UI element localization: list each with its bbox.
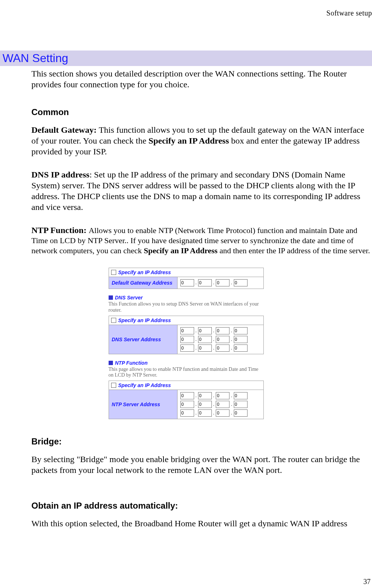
desc-ntp: This page allows you to enable NTP funct… bbox=[109, 367, 264, 379]
dot: . bbox=[213, 280, 214, 285]
ip-octet-input[interactable] bbox=[198, 392, 212, 399]
config-screenshot: Specify an IP Address Default Gateway Ad… bbox=[109, 268, 264, 419]
text: and then enter the IP address of the tim… bbox=[218, 246, 370, 255]
ip-octet-input[interactable] bbox=[216, 409, 229, 417]
panel-dns: Specify an IP Address DNS Server Address… bbox=[109, 316, 264, 354]
dot: . bbox=[213, 328, 214, 333]
page-content: WAN Setting This section shows you detai… bbox=[0, 0, 372, 529]
dot: . bbox=[196, 402, 197, 407]
ip-octet-input[interactable] bbox=[198, 401, 212, 408]
ip-row: . . . bbox=[180, 401, 248, 408]
ip-octet-input[interactable] bbox=[234, 279, 248, 286]
dot: . bbox=[231, 393, 232, 398]
desc-dns: This Function allows you to setup DNS Se… bbox=[109, 301, 264, 313]
ip-octet-input[interactable] bbox=[180, 392, 194, 399]
dot: . bbox=[231, 346, 232, 351]
ip-octet-input[interactable] bbox=[180, 279, 194, 286]
row-specify-ip: Specify an IP Address bbox=[109, 316, 263, 325]
dot: . bbox=[213, 393, 214, 398]
ip-octet-input[interactable] bbox=[180, 327, 194, 334]
ip-octet-input[interactable] bbox=[216, 401, 229, 408]
ip-octet-input[interactable] bbox=[216, 392, 229, 399]
ip-octet-input[interactable] bbox=[198, 327, 212, 334]
bullet-icon bbox=[109, 361, 113, 365]
ip-row: . . . bbox=[180, 392, 248, 399]
ip-octet-input[interactable] bbox=[216, 345, 229, 352]
dot: . bbox=[196, 337, 197, 342]
paragraph-obtain-ip: With this option selected, the Broadband… bbox=[31, 518, 370, 529]
row-ntp-address: NTP Server Address . . . . . . bbox=[109, 390, 263, 419]
label-ntp-function: NTP Function: bbox=[31, 225, 89, 235]
ip-octet-input[interactable] bbox=[234, 345, 248, 352]
dot: . bbox=[213, 402, 214, 407]
subheading-bridge: Bridge: bbox=[31, 436, 372, 447]
section-title-wan-setting: WAN Setting bbox=[0, 51, 372, 66]
dot: . bbox=[231, 402, 232, 407]
panel-default-gateway: Specify an IP Address Default Gateway Ad… bbox=[109, 268, 264, 289]
intro-paragraph: This section shows you detailed descript… bbox=[31, 68, 370, 90]
dot: . bbox=[231, 280, 232, 285]
dot: . bbox=[231, 337, 232, 342]
ip-octet-input[interactable] bbox=[198, 409, 212, 417]
checkbox-specify-ip-dns[interactable] bbox=[111, 318, 116, 323]
row-specify-ip: Specify an IP Address bbox=[109, 381, 263, 390]
label-specify-ip: Specify an IP Address bbox=[149, 136, 229, 145]
dot: . bbox=[213, 337, 214, 342]
ip-row: . . . bbox=[180, 409, 248, 417]
checkbox-specify-ip-ntp[interactable] bbox=[111, 383, 116, 388]
dot: . bbox=[196, 328, 197, 333]
ip-octet-input[interactable] bbox=[198, 345, 212, 352]
panel-ntp: Specify an IP Address NTP Server Address… bbox=[109, 381, 264, 419]
label-dns-server: DNS Server bbox=[115, 295, 143, 300]
ip-octet-input[interactable] bbox=[234, 336, 248, 343]
ip-octet-input[interactable] bbox=[180, 345, 194, 352]
label-specify-ip: Specify an IP Address bbox=[118, 317, 171, 323]
ip-octet-input[interactable] bbox=[198, 336, 212, 343]
checkbox-specify-ip-gateway[interactable] bbox=[111, 270, 116, 275]
label-ntp-server-address: NTP Server Address bbox=[109, 390, 178, 419]
ip-octet-input[interactable] bbox=[216, 336, 229, 343]
ip-octet-input[interactable] bbox=[180, 409, 194, 417]
label-specify-ip: Specify an IP Address bbox=[118, 269, 171, 275]
ip-octet-input[interactable] bbox=[216, 279, 229, 286]
section-header-ntp: NTP Function bbox=[109, 360, 264, 366]
ip-row: . . . bbox=[180, 279, 248, 286]
label-dns-server-address: DNS Server Address bbox=[109, 325, 178, 354]
row-specify-ip: Specify an IP Address bbox=[109, 268, 263, 277]
paragraph-default-gateway: Default Gateway: This function allows yo… bbox=[31, 124, 370, 157]
subheading-obtain-ip: Obtain an IP address automatically: bbox=[31, 501, 372, 511]
ip-row: . . . bbox=[180, 327, 248, 334]
label-default-gateway-address: Default Gateway Address bbox=[109, 277, 178, 289]
paragraph-bridge: By selecting "Bridge" mode you enable br… bbox=[31, 454, 370, 475]
ip-octet-input[interactable] bbox=[234, 401, 248, 408]
ip-octet-input[interactable] bbox=[234, 392, 248, 399]
dot: . bbox=[213, 411, 214, 416]
ntp-ip-cell: . . . . . . . . . bbox=[178, 390, 250, 419]
ip-octet-input[interactable] bbox=[180, 336, 194, 343]
dot: . bbox=[196, 393, 197, 398]
dot: . bbox=[231, 328, 232, 333]
label-specify-ip: Specify an IP Address bbox=[144, 246, 218, 255]
dot: . bbox=[196, 346, 197, 351]
ip-octet-input[interactable] bbox=[234, 409, 248, 417]
ip-octet-input[interactable] bbox=[234, 327, 248, 334]
paragraph-dns: DNS IP address: Set up the IP address of… bbox=[31, 169, 370, 212]
dot: . bbox=[213, 346, 214, 351]
label-default-gateway: Default Gateway: bbox=[31, 125, 99, 135]
dot: . bbox=[196, 280, 197, 285]
ip-octet-input[interactable] bbox=[216, 327, 229, 334]
row-dns-address: DNS Server Address . . . . . . bbox=[109, 325, 263, 354]
bullet-icon bbox=[109, 295, 113, 300]
subheading-common: Common bbox=[31, 107, 372, 117]
ip-row: . . . bbox=[180, 336, 248, 343]
dns-ip-cell: . . . . . . . . . bbox=[178, 325, 250, 354]
label-specify-ip: Specify an IP Address bbox=[118, 382, 171, 388]
page-number: 37 bbox=[363, 578, 371, 586]
ip-row: . . . bbox=[180, 345, 248, 352]
label-dns-ip: DNS IP address bbox=[31, 170, 89, 179]
running-header: Software setup bbox=[327, 9, 372, 17]
ip-octet-input[interactable] bbox=[198, 279, 212, 286]
label-ntp-function: NTP Function bbox=[115, 360, 148, 366]
dot: . bbox=[196, 411, 197, 416]
ip-octet-input[interactable] bbox=[180, 401, 194, 408]
